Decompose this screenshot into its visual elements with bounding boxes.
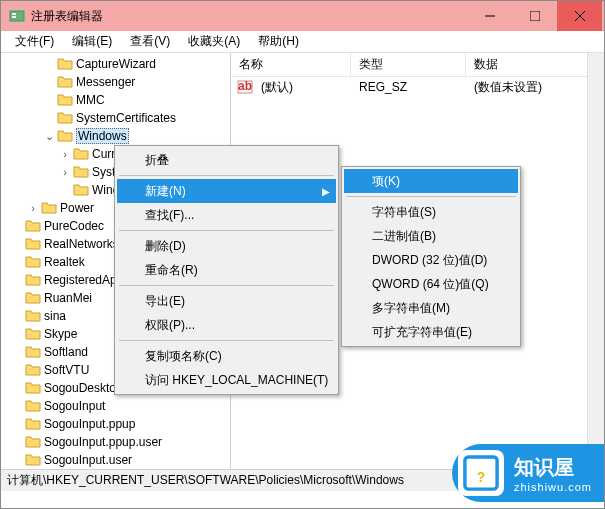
folder-icon: [25, 326, 41, 342]
tree-item[interactable]: MMC: [1, 91, 230, 109]
minimize-button[interactable]: [467, 1, 512, 31]
folder-icon: [25, 434, 41, 450]
maximize-button[interactable]: [512, 1, 557, 31]
tree-item-label: Windows: [76, 128, 129, 144]
new-submenu: 项(K)字符串值(S)二进制值(B)DWORD (32 位)值(D)QWORD …: [341, 166, 521, 347]
context-menu-item[interactable]: 复制项名称(C): [117, 344, 336, 368]
folder-icon: [25, 344, 41, 360]
menu-item-label: 删除(D): [145, 238, 186, 255]
values-scrollbar[interactable]: [587, 53, 604, 469]
menu-separator: [119, 340, 334, 341]
context-menu-item[interactable]: 重命名(R): [117, 258, 336, 282]
folder-icon: [25, 308, 41, 324]
chevron-right-icon[interactable]: ›: [57, 148, 73, 160]
column-name[interactable]: 名称: [231, 53, 351, 77]
menubar: 文件(F)编辑(E)查看(V)收藏夹(A)帮助(H): [1, 31, 604, 53]
menu-item-label: 二进制值(B): [372, 228, 436, 245]
menu-item-label: 查找(F)...: [145, 207, 194, 224]
folder-icon: [25, 236, 41, 252]
menu-item-label: 导出(E): [145, 293, 185, 310]
tree-context-menu: 折叠新建(N)▶查找(F)...删除(D)重命名(R)导出(E)权限(P)...…: [114, 145, 339, 395]
folder-icon: [57, 56, 73, 72]
context-menu-item[interactable]: DWORD (32 位)值(D): [344, 248, 518, 272]
context-menu-item[interactable]: 项(K): [344, 169, 518, 193]
menu-item-label: 折叠: [145, 152, 169, 169]
folder-icon: [57, 74, 73, 90]
folder-icon: [57, 128, 73, 144]
tree-item[interactable]: SystemCertificates: [1, 109, 230, 127]
menu-item[interactable]: 收藏夹(A): [180, 31, 248, 52]
tree-item-label: RuanMei: [44, 291, 92, 305]
tree-item-label: CaptureWizard: [76, 57, 156, 71]
chevron-down-icon[interactable]: ⌄: [41, 130, 57, 143]
chevron-right-icon[interactable]: ›: [57, 166, 73, 178]
folder-icon: [25, 452, 41, 468]
tree-item[interactable]: SogouInput.ppup.user: [1, 433, 230, 451]
tree-item-label: Messenger: [76, 75, 135, 89]
menu-separator: [119, 230, 334, 231]
menu-separator: [119, 285, 334, 286]
context-menu-item[interactable]: 导出(E): [117, 289, 336, 313]
tree-item[interactable]: ⌄Windows: [1, 127, 230, 145]
menu-item-label: 字符串值(S): [372, 204, 436, 221]
tree-item-label: SogouInput.ppup.user: [44, 435, 162, 449]
window-titlebar: 注册表编辑器: [1, 1, 604, 31]
tree-item-label: Power: [60, 201, 94, 215]
tree-item-label: Realtek: [44, 255, 85, 269]
context-menu-item[interactable]: 二进制值(B): [344, 224, 518, 248]
column-data[interactable]: 数据: [466, 53, 604, 77]
context-menu-item[interactable]: 查找(F)...: [117, 203, 336, 227]
menu-item[interactable]: 查看(V): [122, 31, 178, 52]
tree-item-label: sina: [44, 309, 66, 323]
folder-icon: [25, 398, 41, 414]
svg-text:ab: ab: [238, 79, 252, 93]
menu-item-label: 多字符串值(M): [372, 300, 450, 317]
tree-item-label: SystemCertificates: [76, 111, 176, 125]
folder-icon: [25, 380, 41, 396]
column-type[interactable]: 类型: [351, 53, 466, 77]
value-row[interactable]: ab (默认) REG_SZ (数值未设置): [231, 77, 604, 97]
tree-item-label: RealNetworks: [44, 237, 119, 251]
chevron-right-icon[interactable]: ›: [25, 202, 41, 214]
folder-icon: [25, 416, 41, 432]
submenu-arrow-icon: ▶: [322, 186, 330, 197]
logo-name: 知识屋: [514, 454, 592, 481]
folder-icon: [25, 272, 41, 288]
tree-item[interactable]: CaptureWizard: [1, 55, 230, 73]
tree-item-label: MMC: [76, 93, 105, 107]
tree-item-label: PureCodec: [44, 219, 104, 233]
folder-icon: [73, 146, 89, 162]
context-menu-item[interactable]: 折叠: [117, 148, 336, 172]
menu-item[interactable]: 编辑(E): [64, 31, 120, 52]
tree-item[interactable]: SogouInput: [1, 397, 230, 415]
regedit-app-icon: [9, 8, 25, 24]
close-button[interactable]: [557, 1, 602, 31]
tree-item[interactable]: Messenger: [1, 73, 230, 91]
tree-item-label: SoftVTU: [44, 363, 89, 377]
context-menu-item[interactable]: 可扩充字符串值(E): [344, 320, 518, 344]
menu-item[interactable]: 帮助(H): [250, 31, 307, 52]
folder-icon: [57, 92, 73, 108]
context-menu-item[interactable]: 删除(D): [117, 234, 336, 258]
statusbar-path: 计算机\HKEY_CURRENT_USER\SOFTWARE\Policies\…: [7, 472, 404, 489]
values-header: 名称 类型 数据: [231, 53, 604, 77]
watermark-logo: ? 知识屋 zhishiwu.com: [452, 444, 604, 502]
tree-item-label: Skype: [44, 327, 77, 341]
context-menu-item[interactable]: 权限(P)...: [117, 313, 336, 337]
folder-icon: [25, 254, 41, 270]
context-menu-item[interactable]: QWORD (64 位)值(Q): [344, 272, 518, 296]
context-menu-item[interactable]: 访问 HKEY_LOCAL_MACHINE(T): [117, 368, 336, 392]
tree-item[interactable]: SogouInput.ppup: [1, 415, 230, 433]
menu-item-label: 复制项名称(C): [145, 348, 222, 365]
menu-item-label: 项(K): [372, 173, 400, 190]
value-data: (数值未设置): [466, 77, 550, 98]
window-title: 注册表编辑器: [31, 8, 467, 25]
tree-item[interactable]: SogouInput.user: [1, 451, 230, 469]
menu-item[interactable]: 文件(F): [7, 31, 62, 52]
context-menu-item[interactable]: 字符串值(S): [344, 200, 518, 224]
context-menu-item[interactable]: 新建(N)▶: [117, 179, 336, 203]
folder-icon: [25, 218, 41, 234]
svg-text:?: ?: [477, 470, 485, 485]
logo-mark-icon: ?: [458, 450, 504, 496]
context-menu-item[interactable]: 多字符串值(M): [344, 296, 518, 320]
